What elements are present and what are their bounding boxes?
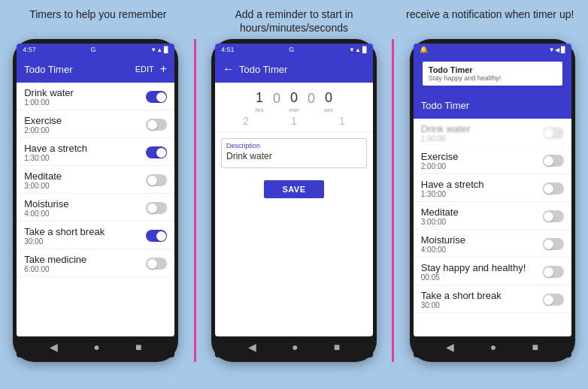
back-nav-icon[interactable]: ◀: [50, 341, 58, 353]
list-item-text: Meditate 3:00:00: [24, 170, 62, 190]
list-item[interactable]: Have a stretch 1:30:00: [17, 138, 174, 166]
list-item-sub: 1:00:00: [24, 98, 74, 107]
list-item[interactable]: Take a short break 30:00: [17, 222, 174, 249]
recent-nav-icon[interactable]: ■: [135, 341, 141, 353]
list-item[interactable]: Meditate 3:00:00: [17, 166, 174, 194]
list-item[interactable]: Exercise 2:00:00: [414, 146, 571, 174]
phone1-appbar-title: Todo Timer: [24, 64, 72, 75]
divider-2: [392, 39, 394, 362]
description-text: Drink water: [226, 151, 362, 161]
hours-col: 1 hrs: [249, 90, 270, 113]
list-item-sub: 6:00:00: [24, 265, 86, 273]
notif-sub: Stay happy and healthy!: [429, 74, 556, 82]
back-button[interactable]: ←: [223, 62, 235, 76]
description-area[interactable]: Description Drink water: [221, 138, 367, 168]
toggle-switch[interactable]: [543, 155, 564, 167]
recent-nav-icon2[interactable]: ■: [334, 341, 340, 353]
phone1-bottom-nav: ◀ ● ■: [17, 336, 174, 357]
list-item-text: Stay happy and healthy! 00:05: [421, 262, 526, 282]
list-item[interactable]: Drink water 1:00:00: [17, 83, 174, 110]
toggle-switch[interactable]: [543, 294, 564, 306]
list-item-title: Stay happy and healthy!: [421, 262, 526, 273]
toggle-switch[interactable]: [146, 230, 167, 242]
toggle-switch[interactable]: [146, 146, 167, 158]
battery-icon2: ▉: [362, 47, 367, 53]
phone1: 4:57 G ▼▲ ▉ Todo Timer EDIT + Drink wate…: [13, 39, 178, 362]
toggle-switch[interactable]: [146, 119, 167, 131]
list-item-sub: 30:00: [24, 237, 105, 246]
phone3-list: Drink water 1:00:00 Exercise 2:00:00 Hav…: [414, 119, 571, 336]
home-nav-icon2[interactable]: ●: [292, 341, 298, 353]
toggle-switch[interactable]: [543, 182, 564, 194]
toggle-switch[interactable]: [543, 127, 564, 139]
list-item[interactable]: Meditate 3:00:00: [414, 202, 571, 230]
divider-1: [194, 39, 196, 362]
notification-card: Todo Timer Stay happy and healthy!: [423, 62, 562, 86]
list-item-text: Take a short break 30:00: [24, 226, 105, 246]
time-sep1: 0: [273, 91, 280, 107]
wifi-icon: ▼▲: [150, 47, 162, 53]
toggle-switch[interactable]: [543, 266, 564, 278]
toggle-switch[interactable]: [146, 258, 167, 270]
phone1-carrier: G: [91, 46, 96, 53]
list-item-sub: 2:00:00: [24, 126, 62, 134]
minutes-value[interactable]: 0: [283, 90, 305, 106]
phone3-screen: 🔔 ▼◀ ▉ Todo Timer Stay happy and healthy…: [414, 44, 571, 336]
recent-nav-icon3[interactable]: ■: [532, 341, 538, 353]
list-item[interactable]: Moisturise 4:00:00: [17, 194, 174, 222]
time-row-sub: 2 1 1: [221, 115, 367, 127]
toggle-knob: [544, 295, 553, 305]
list-item-text: Drink water 1:00:00: [24, 87, 74, 107]
edit-button[interactable]: EDIT: [135, 65, 154, 74]
list-item-sub: 3:00:00: [421, 218, 459, 226]
toggle-switch[interactable]: [146, 202, 167, 214]
list-item[interactable]: Moisturise 4:00:00: [414, 230, 571, 258]
phone2-status-bar: 4:51 G ▼▲ ▉: [215, 44, 373, 56]
list-item[interactable]: Have a stretch 1:30:00: [414, 174, 571, 202]
toggle-switch[interactable]: [146, 91, 167, 103]
list-item-title: Moisturise: [24, 198, 68, 210]
minutes-sub: 1: [283, 115, 305, 127]
list-item-text: Have a stretch 1:30:00: [421, 179, 484, 198]
home-nav-icon3[interactable]: ●: [490, 341, 496, 353]
list-item-text: Have a stretch 1:30:00: [24, 143, 87, 162]
phone3-alarm-icon: 🔔: [420, 46, 428, 53]
hours-value[interactable]: 1: [249, 90, 270, 106]
list-item[interactable]: Take medicine 6:00:00: [17, 249, 174, 277]
list-item-title: Meditate: [24, 170, 62, 182]
list-item[interactable]: Exercise 2:00:00: [17, 110, 174, 138]
toggle-knob: [544, 240, 553, 249]
wifi-icon2: ▼▲: [349, 47, 361, 53]
home-nav-icon[interactable]: ●: [93, 341, 99, 353]
list-item[interactable]: Drink water 1:00:00: [414, 119, 571, 146]
list-item[interactable]: Take a short break 30:00: [414, 285, 571, 313]
toggle-switch[interactable]: [543, 238, 564, 250]
seconds-col: 0 sec: [318, 90, 339, 113]
toggle-switch[interactable]: [543, 210, 564, 222]
back-nav-icon3[interactable]: ◀: [446, 341, 454, 353]
list-item-title: Meditate: [421, 207, 459, 218]
time-picker: 1 hrs 0 0 min 0 0 sec 2: [215, 83, 373, 132]
list-item-sub: 1:30:00: [24, 154, 87, 162]
list-item-title: Drink water: [421, 123, 471, 134]
add-button[interactable]: +: [160, 62, 167, 76]
phone1-time: 4:57: [23, 46, 36, 53]
seconds-value[interactable]: 0: [318, 90, 339, 106]
list-item-sub: 4:00:00: [24, 210, 68, 218]
phone2-appbar: ← Todo Timer: [215, 56, 373, 83]
back-nav-icon2[interactable]: ◀: [248, 341, 256, 353]
list-item[interactable]: Stay happy and healthy! 00:05: [414, 258, 571, 285]
caption-middle: Add a reminder to start in hours/minutes…: [196, 8, 393, 35]
toggle-switch[interactable]: [146, 174, 167, 186]
phone2-status-icons: ▼▲ ▉: [349, 47, 367, 53]
phone3-bottom-nav: ◀ ● ■: [414, 336, 571, 357]
notification-area: Todo Timer Stay happy and healthy!: [414, 56, 571, 92]
seconds-sub: 1: [332, 115, 353, 127]
list-item-title: Exercise: [24, 115, 62, 126]
save-button[interactable]: SAVE: [264, 180, 323, 198]
hours-sub: 2: [235, 115, 256, 127]
toggle-knob: [544, 212, 553, 222]
toggle-knob: [147, 259, 157, 269]
phone1-appbar-actions: EDIT +: [135, 62, 167, 76]
hours-label: hrs: [255, 107, 263, 113]
